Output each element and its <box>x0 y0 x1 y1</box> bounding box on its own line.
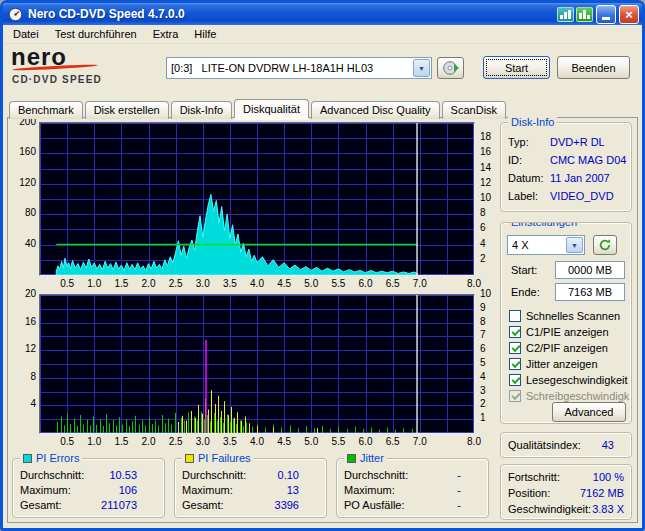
stat-row: Maximum:106 <box>13 483 164 498</box>
stat-row: Durchschnitt:- <box>337 468 488 483</box>
axis-tick-label: 5.5 <box>327 278 349 289</box>
checkbox-box <box>509 342 521 354</box>
titlebar-extra-chart-icon-2[interactable] <box>576 7 593 22</box>
eject-button[interactable] <box>437 57 464 79</box>
minimize-button[interactable] <box>596 5 616 24</box>
pi-failures-stats-title: PI Failures <box>198 452 251 464</box>
axis-tick-label: 1.0 <box>83 436 105 447</box>
axis-tick-label: 5.5 <box>327 436 349 447</box>
app-speedometer-icon <box>8 7 23 22</box>
drive-select-value: [0:3] LITE-ON DVDRW LH-18A1H HL03 <box>167 62 412 74</box>
pi-errors-stats-title: PI Errors <box>36 452 79 464</box>
axis-tick-label: 4.5 <box>273 436 295 447</box>
axis-tick-label: 120 <box>19 177 36 188</box>
progress-row: Fortschritt:100 % <box>501 469 631 485</box>
tab-disk-erstellen[interactable]: Disk erstellen <box>85 101 169 119</box>
axis-tick-label: 3.0 <box>192 436 214 447</box>
tab-scandisk[interactable]: ScanDisk <box>442 101 506 119</box>
axis-tick-label: 9 <box>480 302 486 313</box>
axis-tick-label: 4 <box>480 371 486 382</box>
nero-logo: nero CD·DVD SPEED <box>11 45 156 95</box>
axis-tick-label: 5.0 <box>300 436 322 447</box>
tab-disk-info[interactable]: Disk-Info <box>171 101 232 119</box>
axis-tick-label: 6 <box>480 222 486 233</box>
header: nero CD·DVD SPEED [0:3] LITE-ON DVDRW LH… <box>3 44 642 97</box>
settings-group: Einstellungen 4 X ▼ Start: 0000 MB Ende:… <box>500 222 632 424</box>
jitter-legend-chip <box>347 454 356 463</box>
charts-area: 4080120160200 24681012141618 0.51.01.52.… <box>12 122 498 454</box>
chevron-down-icon[interactable]: ▼ <box>413 59 430 77</box>
speed-select[interactable]: 4 X ▼ <box>507 235 585 255</box>
axis-tick-label: 18 <box>480 131 491 142</box>
stat-row: Durchschnitt:10.53 <box>13 468 164 483</box>
tab-advanced-disc-quality[interactable]: Advanced Disc Quality <box>311 101 440 119</box>
pi-errors-chart: 4080120160200 24681012141618 0.51.01.52.… <box>12 122 498 290</box>
pi-failures-plot <box>40 295 474 433</box>
window-title: Nero CD-DVD Speed 4.7.0.0 <box>28 7 557 21</box>
axis-tick-label: 16 <box>480 146 491 157</box>
disk-info-row: Label:VIDEO_DVD <box>501 187 631 205</box>
checkbox-lesegeschwindigkeit[interactable]: Lesegeschwindigkeit an <box>509 373 629 387</box>
axis-tick-label: 2.5 <box>165 278 187 289</box>
menubar: Datei Test durchführen Extra Hilfe <box>3 25 642 44</box>
disk-info-row: Typ:DVD+R DL <box>501 133 631 151</box>
advanced-button[interactable]: Advanced <box>552 402 626 422</box>
axis-tick-label: 2.0 <box>138 436 160 447</box>
stat-row: Maximum:13 <box>175 483 326 498</box>
chevron-down-icon[interactable]: ▼ <box>566 237 583 253</box>
axis-tick-label: 12 <box>480 177 491 188</box>
axis-tick-label: 10 <box>480 288 491 299</box>
axis-tick-label: 14 <box>480 162 491 173</box>
axis-tick-label: 2 <box>480 253 486 264</box>
axis-tick-label: 0.5 <box>56 278 78 289</box>
axis-tick-label: 80 <box>25 207 36 218</box>
start-button[interactable]: Start <box>483 56 550 79</box>
checkbox-c2-pif-anzeigen[interactable]: C2/PIF anzeigen <box>509 341 629 355</box>
axis-tick-label: 6.5 <box>382 278 404 289</box>
titlebar[interactable]: Nero CD-DVD Speed 4.7.0.0 × <box>3 3 642 25</box>
menu-hilfe[interactable]: Hilfe <box>186 26 224 42</box>
refresh-button[interactable] <box>593 235 617 255</box>
checkbox-schnelles-scannen[interactable]: Schnelles Scannen <box>509 309 629 323</box>
axis-tick-label: 8 <box>480 207 486 218</box>
axis-tick-label: 6 <box>480 343 486 354</box>
axis-tick-label: 3.5 <box>219 436 241 447</box>
end-position-field[interactable]: 7163 MB <box>555 283 625 301</box>
axis-tick-label: 1.5 <box>110 278 132 289</box>
menu-extra[interactable]: Extra <box>145 26 187 42</box>
axis-tick-label: 8 <box>30 371 36 382</box>
progress-panel: Fortschritt:100 % Position:7162 MB Gesch… <box>500 464 632 520</box>
axis-tick-label: 4.0 <box>246 278 268 289</box>
stat-row: PO Ausfälle:- <box>337 498 488 513</box>
axis-tick-label: 6.5 <box>382 436 404 447</box>
quit-button[interactable]: Beenden <box>557 56 630 79</box>
quality-index-group: Qualitätsindex: 43 <box>500 432 632 458</box>
nero-product-text: CD·DVD SPEED <box>12 74 102 85</box>
axis-tick-label: 160 <box>19 146 36 157</box>
tab-benchmark[interactable]: Benchmark <box>9 101 83 119</box>
jitter-stats-group: Jitter Durchschnitt:- Maximum:- PO Ausfä… <box>336 458 489 518</box>
menu-datei[interactable]: Datei <box>5 26 47 42</box>
checkbox-box <box>509 358 521 370</box>
checkbox-jitter-anzeigen[interactable]: Jitter anzeigen <box>509 357 629 371</box>
axis-tick-label: 6.0 <box>355 278 377 289</box>
stat-row: Durchschnitt:0.10 <box>175 468 326 483</box>
axis-tick-label: 5 <box>480 357 486 368</box>
checkbox-schreibgeschwindigkeit[interactable]: Schreibgeschwindigkeit <box>509 389 629 403</box>
axis-tick-label: 3 <box>480 385 486 396</box>
tab-diskqualitaet[interactable]: Diskqualität <box>234 99 309 118</box>
start-position-field[interactable]: 0000 MB <box>555 261 625 279</box>
axis-tick-label: 3.0 <box>192 278 214 289</box>
titlebar-extra-chart-icon-1[interactable] <box>557 7 574 22</box>
axis-tick-label: 2.0 <box>138 278 160 289</box>
checkbox-c1-pie-anzeigen[interactable]: C1/PIE anzeigen <box>509 325 629 339</box>
menu-test-durchfuehren[interactable]: Test durchführen <box>47 26 145 42</box>
axis-tick-label: 12 <box>25 343 36 354</box>
axis-tick-label: 1 <box>480 412 486 423</box>
app-window: Nero CD-DVD Speed 4.7.0.0 × Datei Test d… <box>0 0 645 531</box>
close-button[interactable]: × <box>619 5 639 24</box>
end-position-label: Ende: <box>511 286 540 298</box>
axis-tick-label: 3.5 <box>219 278 241 289</box>
stat-row: Gesamt:3396 <box>175 498 326 513</box>
drive-select[interactable]: [0:3] LITE-ON DVDRW LH-18A1H HL03 ▼ <box>166 57 432 79</box>
